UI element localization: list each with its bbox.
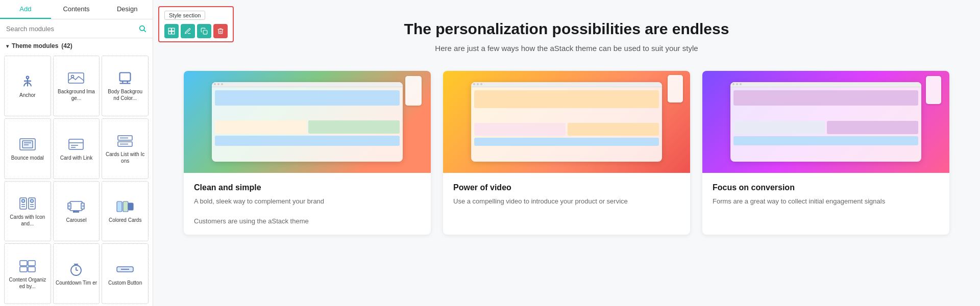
svg-rect-4 <box>68 73 84 83</box>
module-custom-button[interactable]: Custom Button <box>102 243 149 304</box>
style-section-box: Style section <box>158 6 234 42</box>
search-icon[interactable] <box>138 24 146 33</box>
card-icon <box>67 137 85 151</box>
svg-rect-40 <box>128 203 133 210</box>
sections-toolbar-btn[interactable] <box>164 24 179 38</box>
theme-modules-label: Theme modules <box>12 42 58 49</box>
card-image-3 <box>702 71 949 173</box>
timer-icon <box>67 262 85 276</box>
module-custom-btn-label: Custom Button <box>108 279 142 286</box>
module-carousel[interactable]: Carousel <box>53 181 100 242</box>
anchor-icon <box>18 74 37 89</box>
card-3-text: Forms are a great way to collect initial… <box>713 196 939 207</box>
module-carousel-label: Carousel <box>66 217 86 223</box>
card-clean-simple: Clean and simple A bold, sleek way to co… <box>184 71 431 235</box>
toolbar-icons <box>164 24 228 38</box>
card-2-text: Use a compelling video to introduce your… <box>453 196 680 207</box>
svg-rect-53 <box>172 28 175 31</box>
icon-card-icon <box>18 196 37 211</box>
module-colored-label: Colored Cards <box>109 217 141 223</box>
module-card-link-label: Card with Link <box>60 155 92 161</box>
svg-rect-11 <box>22 141 33 148</box>
button-icon <box>116 262 134 276</box>
module-content-organized[interactable]: Content Organiz ed by... <box>4 243 51 304</box>
left-panel: Add Contents Design ▾ Theme modules (42) <box>0 0 153 306</box>
svg-rect-44 <box>28 267 35 272</box>
svg-point-36 <box>76 211 77 213</box>
svg-rect-6 <box>120 73 131 81</box>
main-subtitle: Here are just a few ways how the aStack … <box>184 44 949 53</box>
card-2-heading: Power of video <box>453 183 680 192</box>
module-cards-icon[interactable]: Cards with Icon and... <box>4 181 51 242</box>
list-icon <box>116 134 134 148</box>
modal-icon <box>18 137 37 151</box>
card-image-2 <box>443 71 690 173</box>
modules-grid: Anchor Background Ima ge... <box>0 54 153 306</box>
carousel-icon <box>67 199 85 214</box>
colored-icon <box>116 199 134 214</box>
svg-rect-43 <box>20 267 27 272</box>
svg-point-2 <box>26 76 29 79</box>
card-power-video: Power of video Use a compelling video to… <box>443 71 690 235</box>
right-panel: Style section <box>153 0 980 306</box>
content-area: The personalization possibilities are en… <box>153 0 980 255</box>
module-bounce-modal[interactable]: Bounce modal <box>4 118 51 179</box>
svg-point-27 <box>30 199 33 202</box>
search-input[interactable] <box>6 25 134 33</box>
organize-icon <box>18 259 37 273</box>
module-background-image[interactable]: Background Ima ge... <box>53 56 100 116</box>
cards-row: Clean and simple A bold, sleek way to co… <box>184 71 949 235</box>
delete-toolbar-btn[interactable] <box>213 24 228 38</box>
module-card-link[interactable]: Card with Link <box>53 118 100 179</box>
search-bar <box>0 19 153 38</box>
svg-rect-56 <box>203 30 207 34</box>
svg-rect-14 <box>69 139 83 149</box>
module-anchor[interactable]: Anchor <box>4 56 51 116</box>
svg-rect-41 <box>20 261 27 266</box>
style-section-tooltip: Style section <box>164 11 205 20</box>
module-body-bg-label: Body Backgrou nd Color... <box>104 88 146 101</box>
edit-toolbar-btn[interactable] <box>181 24 195 38</box>
theme-modules-header[interactable]: ▾ Theme modules (42) <box>0 38 153 54</box>
svg-rect-39 <box>123 201 128 212</box>
module-cards-list-icons[interactable]: Cards List with Ic ons <box>102 118 149 179</box>
module-countdown[interactable]: Countdown Tim er <box>53 243 100 304</box>
card-1-body: Clean and simple A bold, sleek way to co… <box>184 173 431 235</box>
module-anchor-label: Anchor <box>19 92 36 98</box>
svg-rect-42 <box>28 261 35 266</box>
module-cards-icon-label: Cards with Icon and... <box>7 214 48 227</box>
paint-icon <box>116 71 134 85</box>
svg-rect-54 <box>168 32 171 34</box>
copy-toolbar-btn[interactable] <box>197 24 211 38</box>
card-3-body: Focus on conversion Forms are a great wa… <box>702 173 949 215</box>
svg-rect-55 <box>172 32 175 34</box>
tab-bar: Add Contents Design <box>0 0 153 19</box>
card-image-1 <box>184 71 431 173</box>
card-focus-conversion: Focus on conversion Forms are a great wa… <box>702 71 949 235</box>
tab-contents[interactable]: Contents <box>51 0 102 19</box>
module-cards-list-label: Cards List with Ic ons <box>104 151 146 164</box>
module-colored-cards[interactable]: Colored Cards <box>102 181 149 242</box>
svg-line-1 <box>144 30 146 32</box>
svg-rect-52 <box>168 28 171 31</box>
module-body-bg[interactable]: Body Backgrou nd Color... <box>102 56 149 116</box>
module-countdown-label: Countdown Tim er <box>56 279 97 286</box>
svg-rect-38 <box>117 201 122 212</box>
card-2-body: Power of video Use a compelling video to… <box>443 173 690 215</box>
tab-add[interactable]: Add <box>0 0 51 19</box>
card-1-heading: Clean and simple <box>194 183 421 192</box>
svg-rect-30 <box>70 201 82 211</box>
module-content-org-label: Content Organiz ed by... <box>7 276 48 290</box>
svg-point-0 <box>140 26 144 31</box>
card-3-heading: Focus on conversion <box>713 183 939 192</box>
image-icon <box>67 71 85 85</box>
module-bounce-label: Bounce modal <box>11 155 44 161</box>
svg-point-35 <box>74 211 75 213</box>
tab-design[interactable]: Design <box>102 0 153 19</box>
module-bg-image-label: Background Ima ge... <box>56 88 97 101</box>
theme-modules-count: (42) <box>61 42 72 49</box>
svg-point-37 <box>78 211 79 213</box>
chevron-down-icon: ▾ <box>6 43 9 49</box>
main-title: The personalization possibilities are en… <box>184 20 949 38</box>
svg-point-24 <box>21 199 24 202</box>
